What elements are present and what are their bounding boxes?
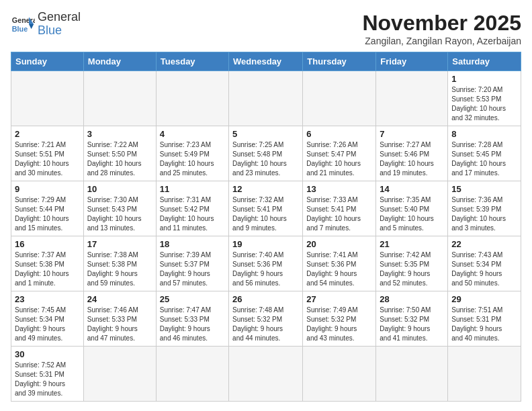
day-26: 26 Sunrise: 7:48 AM Sunset: 5:32 PM Dayl… xyxy=(229,291,303,347)
week-row-4: 16 Sunrise: 7:37 AM Sunset: 5:38 PM Dayl… xyxy=(11,236,521,291)
day-27: 27 Sunrise: 7:49 AM Sunset: 5:32 PM Dayl… xyxy=(303,291,376,347)
empty-cell xyxy=(303,347,376,402)
logo: General Blue General Blue xyxy=(11,11,81,38)
weekday-header-row: Sunday Monday Tuesday Wednesday Thursday… xyxy=(11,52,521,71)
day-20: 20 Sunrise: 7:41 AM Sunset: 5:36 PM Dayl… xyxy=(303,236,376,291)
day-15: 15 Sunrise: 7:36 AM Sunset: 5:39 PM Dayl… xyxy=(448,181,521,236)
day-2: 2 Sunrise: 7:21 AM Sunset: 5:51 PM Dayli… xyxy=(11,126,84,181)
week-row-6: 30 Sunrise: 7:52 AM Sunset: 5:31 PM Dayl… xyxy=(11,347,521,402)
header-friday: Friday xyxy=(376,52,448,71)
day-16: 16 Sunrise: 7:37 AM Sunset: 5:38 PM Dayl… xyxy=(11,236,84,291)
day-8: 8 Sunrise: 7:28 AM Sunset: 5:45 PM Dayli… xyxy=(448,126,521,181)
empty-cell xyxy=(448,347,521,402)
title-area: November 2025 Zangilan, Zangilan Rayon, … xyxy=(362,11,521,46)
svg-marker-3 xyxy=(29,24,34,29)
week-row-2: 2 Sunrise: 7:21 AM Sunset: 5:51 PM Dayli… xyxy=(11,126,521,181)
month-title: November 2025 xyxy=(362,11,521,36)
header-wednesday: Wednesday xyxy=(229,52,303,71)
day-29: 29 Sunrise: 7:51 AM Sunset: 5:31 PM Dayl… xyxy=(448,291,521,347)
header-saturday: Saturday xyxy=(448,52,521,71)
day-21: 21 Sunrise: 7:42 AM Sunset: 5:35 PM Dayl… xyxy=(376,236,448,291)
day-1-info: Sunrise: 7:20 AM Sunset: 5:53 PM Dayligh… xyxy=(451,86,506,122)
day-24: 24 Sunrise: 7:46 AM Sunset: 5:33 PM Dayl… xyxy=(83,291,156,347)
empty-cell xyxy=(156,71,228,126)
week-row-5: 23 Sunrise: 7:45 AM Sunset: 5:34 PM Dayl… xyxy=(11,291,521,347)
svg-text:Blue: Blue xyxy=(12,25,28,33)
logo-text: General Blue xyxy=(38,11,81,38)
empty-cell xyxy=(83,71,156,126)
day-13: 13 Sunrise: 7:33 AM Sunset: 5:41 PM Dayl… xyxy=(303,181,376,236)
day-14: 14 Sunrise: 7:35 AM Sunset: 5:40 PM Dayl… xyxy=(376,181,448,236)
day-17: 17 Sunrise: 7:38 AM Sunset: 5:38 PM Dayl… xyxy=(83,236,156,291)
location-title: Zangilan, Zangilan Rayon, Azerbaijan xyxy=(362,36,521,46)
empty-cell xyxy=(156,347,228,402)
day-4: 4 Sunrise: 7:23 AM Sunset: 5:49 PM Dayli… xyxy=(156,126,228,181)
header-sunday: Sunday xyxy=(11,52,84,71)
day-25: 25 Sunrise: 7:47 AM Sunset: 5:33 PM Dayl… xyxy=(156,291,228,347)
empty-cell xyxy=(229,71,303,126)
empty-cell xyxy=(303,71,376,126)
day-19: 19 Sunrise: 7:40 AM Sunset: 5:36 PM Dayl… xyxy=(229,236,303,291)
day-6: 6 Sunrise: 7:26 AM Sunset: 5:47 PM Dayli… xyxy=(303,126,376,181)
day-18: 18 Sunrise: 7:39 AM Sunset: 5:37 PM Dayl… xyxy=(156,236,228,291)
day-23: 23 Sunrise: 7:45 AM Sunset: 5:34 PM Dayl… xyxy=(11,291,84,347)
empty-cell xyxy=(229,347,303,402)
header-tuesday: Tuesday xyxy=(156,52,228,71)
empty-cell xyxy=(83,347,156,402)
calendar-table: Sunday Monday Tuesday Wednesday Thursday… xyxy=(11,52,521,402)
empty-cell xyxy=(11,71,84,126)
header: General Blue General Blue November 2025 … xyxy=(11,11,521,46)
day-22: 22 Sunrise: 7:43 AM Sunset: 5:34 PM Dayl… xyxy=(448,236,521,291)
day-28: 28 Sunrise: 7:50 AM Sunset: 5:32 PM Dayl… xyxy=(376,291,448,347)
day-11: 11 Sunrise: 7:31 AM Sunset: 5:42 PM Dayl… xyxy=(156,181,228,236)
day-3: 3 Sunrise: 7:22 AM Sunset: 5:50 PM Dayli… xyxy=(83,126,156,181)
logo-icon: General Blue xyxy=(11,12,35,36)
day-5: 5 Sunrise: 7:25 AM Sunset: 5:48 PM Dayli… xyxy=(229,126,303,181)
day-12: 12 Sunrise: 7:32 AM Sunset: 5:41 PM Dayl… xyxy=(229,181,303,236)
day-10: 10 Sunrise: 7:30 AM Sunset: 5:43 PM Dayl… xyxy=(83,181,156,236)
week-row-3: 9 Sunrise: 7:29 AM Sunset: 5:44 PM Dayli… xyxy=(11,181,521,236)
day-1: 1 Sunrise: 7:20 AM Sunset: 5:53 PM Dayli… xyxy=(448,71,521,126)
day-30: 30 Sunrise: 7:52 AM Sunset: 5:31 PM Dayl… xyxy=(11,347,84,402)
header-monday: Monday xyxy=(83,52,156,71)
header-thursday: Thursday xyxy=(303,52,376,71)
empty-cell xyxy=(376,347,448,402)
empty-cell xyxy=(376,71,448,126)
day-9: 9 Sunrise: 7:29 AM Sunset: 5:44 PM Dayli… xyxy=(11,181,84,236)
day-7: 7 Sunrise: 7:27 AM Sunset: 5:46 PM Dayli… xyxy=(376,126,448,181)
week-row-1: 1 Sunrise: 7:20 AM Sunset: 5:53 PM Dayli… xyxy=(11,71,521,126)
